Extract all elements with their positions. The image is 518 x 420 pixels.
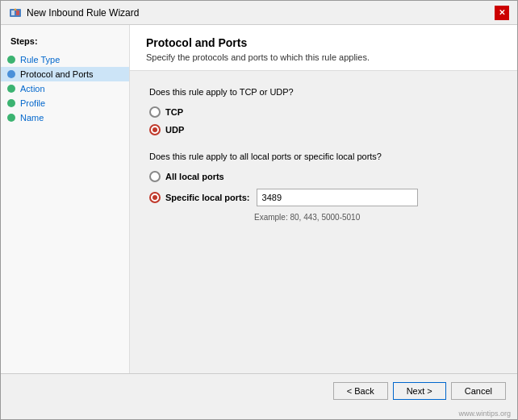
wizard-window: New Inbound Rule Wizard ✕ Steps: Rule Ty… xyxy=(0,0,518,420)
content-area: Steps: Rule Type Protocol and Ports Acti… xyxy=(1,25,517,373)
sidebar-label-profile: Profile xyxy=(20,98,45,108)
watermark: www.wintips.org xyxy=(1,408,517,419)
step-dot-action xyxy=(7,85,15,93)
back-button[interactable]: < Back xyxy=(333,382,388,400)
main-body: Does this rule apply to TCP or UDP? TCP … xyxy=(130,71,517,373)
radio-specific-ports-row[interactable]: Specific local ports: xyxy=(149,189,498,206)
radio-tcp-label: TCP xyxy=(165,107,183,117)
sidebar-item-rule-type[interactable]: Rule Type xyxy=(1,52,129,67)
question-tcp-udp: Does this rule apply to TCP or UDP? xyxy=(149,87,498,97)
cancel-button[interactable]: Cancel xyxy=(451,382,506,400)
title-bar: New Inbound Rule Wizard ✕ xyxy=(1,1,517,25)
radio-udp-row[interactable]: UDP xyxy=(149,124,498,135)
radio-udp-fill xyxy=(152,127,157,132)
sidebar-item-name[interactable]: Name xyxy=(1,110,129,125)
sidebar-item-action[interactable]: Action xyxy=(1,81,129,96)
sidebar-item-profile[interactable]: Profile xyxy=(1,96,129,110)
radio-udp-label: UDP xyxy=(165,125,184,135)
window-title: New Inbound Rule Wizard xyxy=(27,7,139,19)
main-title: Protocol and Ports xyxy=(146,36,501,49)
sidebar-header: Steps: xyxy=(1,33,129,52)
sidebar-label-rule-type: Rule Type xyxy=(20,55,60,64)
question-ports: Does this rule apply to all local ports … xyxy=(149,152,498,161)
main-subtitle: Specify the protocols and ports to which… xyxy=(146,52,501,62)
window-icon xyxy=(9,6,22,19)
svg-rect-2 xyxy=(16,10,19,15)
svg-rect-1 xyxy=(11,10,15,15)
step-dot-protocol xyxy=(7,70,15,78)
radio-all-ports[interactable] xyxy=(149,171,161,182)
main-panel: Protocol and Ports Specify the protocols… xyxy=(130,25,517,373)
specific-ports-label: Specific local ports: xyxy=(165,193,250,202)
step-dot-name xyxy=(7,114,15,122)
radio-specific-fill xyxy=(152,195,157,200)
sidebar-label-action: Action xyxy=(20,84,45,94)
radio-tcp[interactable] xyxy=(149,106,161,118)
sidebar-label-name: Name xyxy=(20,113,44,123)
sidebar: Steps: Rule Type Protocol and Ports Acti… xyxy=(1,25,130,373)
radio-udp[interactable] xyxy=(149,124,161,135)
close-button[interactable]: ✕ xyxy=(495,6,509,20)
sidebar-item-protocol-and-ports[interactable]: Protocol and Ports xyxy=(1,67,129,81)
radio-all-ports-label: All local ports xyxy=(165,172,224,181)
title-bar-left: New Inbound Rule Wizard xyxy=(9,6,139,19)
next-button[interactable]: Next > xyxy=(393,382,446,400)
port-input[interactable] xyxy=(257,189,418,206)
radio-specific-ports[interactable] xyxy=(149,192,161,203)
footer: < Back Next > Cancel xyxy=(1,373,517,408)
port-example: Example: 80, 443, 5000-5010 xyxy=(254,213,498,222)
step-dot-profile xyxy=(7,99,15,107)
radio-tcp-row[interactable]: TCP xyxy=(149,106,498,118)
main-header: Protocol and Ports Specify the protocols… xyxy=(130,25,517,71)
sidebar-label-protocol: Protocol and Ports xyxy=(20,69,94,79)
radio-all-ports-row[interactable]: All local ports xyxy=(149,171,498,182)
step-dot-rule-type xyxy=(7,56,15,64)
specific-ports-group: Specific local ports: xyxy=(165,189,418,206)
